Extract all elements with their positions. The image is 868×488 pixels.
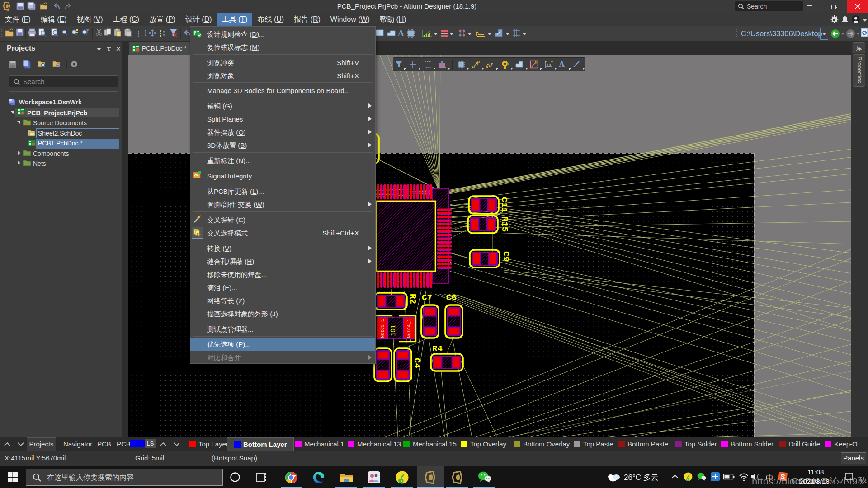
svg-text:C9: C9 (501, 251, 511, 262)
svg-text:C:\Users\33306\Desktop: C:\Users\33306\Desktop (741, 29, 822, 38)
svg-text:A: A (559, 60, 565, 69)
svg-text:C7: C7 (422, 293, 432, 303)
svg-text:Components: Components (33, 150, 69, 157)
svg-text:Nets: Nets (33, 160, 46, 167)
svg-text:C4: C4 (412, 358, 422, 368)
svg-text:C11: C11 (499, 197, 509, 212)
svg-text:A: A (398, 28, 404, 38)
svg-text:Source Documents: Source Documents (33, 119, 87, 127)
svg-text:R2: R2 (408, 294, 418, 304)
svg-text:1O1: 1O1 (390, 325, 397, 336)
svg-text:R4: R4 (432, 344, 443, 354)
svg-text:R15: R15 (500, 216, 509, 232)
svg-text:C6: C6 (446, 293, 457, 303)
svg-text:PCB_Project.PrjPcb: PCB_Project.PrjPcb (27, 109, 87, 117)
svg-text:NetC3_1: NetC3_1 (380, 319, 385, 338)
svg-text:PCB1.PcbDoc *: PCB1.PcbDoc * (38, 140, 83, 147)
svg-text:Workspace1.DsnWrk: Workspace1.DsnWrk (19, 99, 82, 106)
svg-text:Sheet2.SchDoc: Sheet2.SchDoc (38, 130, 82, 137)
svg-text:10: 10 (547, 63, 551, 67)
svg-text:NetC4_1: NetC4_1 (407, 319, 412, 338)
